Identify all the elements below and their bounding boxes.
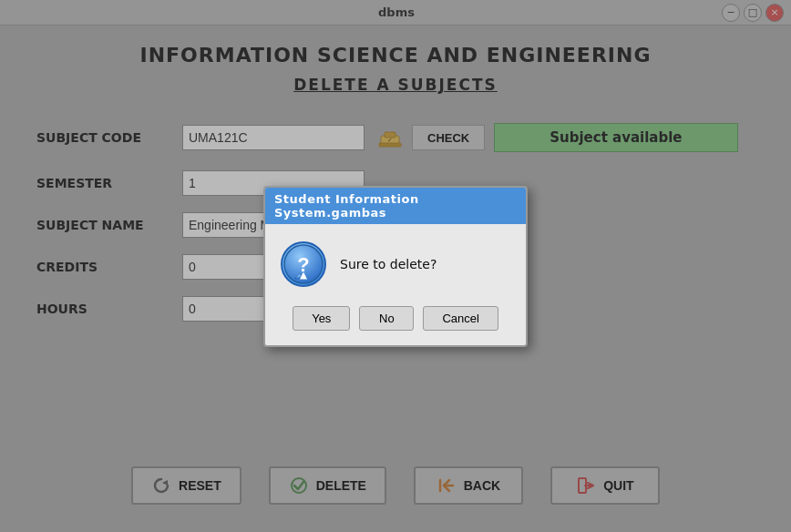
dialog-message: Sure to delete? [340,257,437,271]
question-icon: ? [281,241,326,287]
svg-text:?: ? [297,253,309,276]
modal-overlay: Student Information System.gambas ? [0,0,791,532]
dialog-titlebar: Student Information System.gambas [265,188,526,224]
dialog-cancel-button[interactable]: Cancel [423,306,498,331]
dialog: Student Information System.gambas ? [263,186,528,347]
dialog-buttons: Yes No Cancel [265,299,526,345]
dialog-no-button[interactable]: No [359,306,414,331]
dialog-icon-container: ? [280,240,327,288]
dialog-body: ? Sure to delete? [265,224,526,299]
dialog-yes-button[interactable]: Yes [293,306,350,331]
